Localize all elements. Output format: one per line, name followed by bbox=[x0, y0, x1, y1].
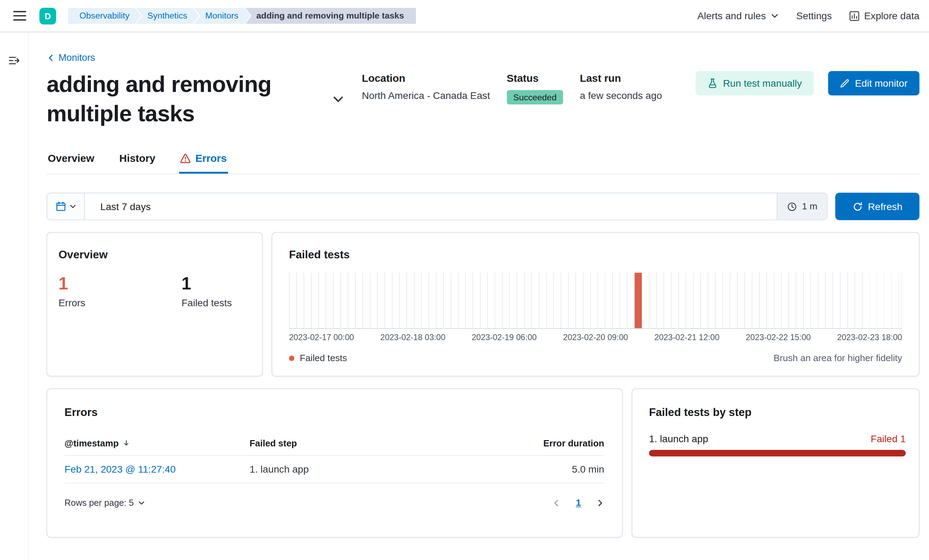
refresh-clock-icon bbox=[787, 201, 797, 211]
failed-tests-plot-area[interactable] bbox=[289, 273, 902, 329]
menu-icon[interactable] bbox=[13, 10, 27, 21]
date-quick-select-button[interactable] bbox=[47, 193, 85, 220]
monitor-actions: Run test manually Edit monitor bbox=[695, 70, 919, 95]
warning-icon bbox=[181, 153, 191, 164]
errors-table: @timestamp Failed step Error duration Fe… bbox=[64, 438, 604, 483]
rows-per-page-selector[interactable]: Rows per page: 5 bbox=[64, 498, 145, 508]
tab-errors[interactable]: Errors bbox=[179, 150, 228, 173]
top-header-bar: D Observability Synthetics Monitors addi… bbox=[0, 0, 929, 32]
edit-monitor-label: Edit monitor bbox=[855, 78, 907, 89]
alerts-and-rules-menu[interactable]: Alerts and rules bbox=[698, 10, 779, 21]
alerts-and-rules-label: Alerts and rules bbox=[698, 10, 766, 21]
failed-tests-by-step-panel: Failed tests by step 1. launch app Faile… bbox=[632, 389, 920, 538]
errors-panel: Errors @timestamp Failed step Error dura… bbox=[46, 389, 622, 538]
errors-count: 1 bbox=[58, 273, 181, 294]
step-item: 1. launch app Failed 1 bbox=[649, 433, 906, 456]
breadcrumb-current-monitor: adding and removing multiple tasks bbox=[245, 8, 416, 24]
page-number-1[interactable]: 1 bbox=[576, 498, 581, 509]
explore-data-icon bbox=[849, 11, 860, 21]
error-failed-step: 1. launch app bbox=[250, 464, 491, 475]
settings-link[interactable]: Settings bbox=[796, 10, 832, 21]
column-timestamp[interactable]: @timestamp bbox=[64, 438, 249, 448]
refresh-button[interactable]: Refresh bbox=[835, 193, 920, 220]
pagination: 1 bbox=[553, 498, 604, 509]
failed-tests-panel-title: Failed tests bbox=[289, 248, 902, 262]
overview-panel-title: Overview bbox=[58, 248, 250, 262]
refresh-icon bbox=[852, 201, 863, 211]
x-tick: 2023-02-20 09:00 bbox=[563, 333, 628, 342]
side-nav-rail bbox=[0, 32, 29, 560]
breadcrumb-monitors[interactable]: Monitors bbox=[194, 8, 250, 24]
details-row: Errors @timestamp Failed step Error dura… bbox=[46, 389, 920, 538]
legend-label: Failed tests bbox=[300, 353, 347, 364]
failed-by-step-title: Failed tests by step bbox=[649, 406, 906, 419]
pencil-icon bbox=[840, 78, 849, 88]
explore-data-link[interactable]: Explore data bbox=[849, 10, 920, 21]
overview-stats: 1 Errors 1 Failed tests bbox=[58, 273, 250, 309]
legend-dot bbox=[289, 355, 294, 360]
monitor-select-chevron-down-icon[interactable] bbox=[332, 93, 345, 105]
step-label: 1. launch app bbox=[649, 433, 708, 444]
error-duration: 5.0 min bbox=[491, 464, 604, 475]
chart-legend[interactable]: Failed tests bbox=[289, 353, 347, 364]
column-timestamp-label: @timestamp bbox=[64, 438, 118, 448]
edit-monitor-button[interactable]: Edit monitor bbox=[828, 71, 919, 95]
run-test-label: Run test manually bbox=[723, 78, 802, 89]
app-window: D Observability Synthetics Monitors addi… bbox=[0, 0, 929, 560]
flask-icon bbox=[708, 78, 718, 89]
x-tick: 2023-02-23 18:00 bbox=[837, 333, 902, 342]
error-timestamp-link[interactable]: Feb 21, 2023 @ 11:27:40 bbox=[64, 464, 249, 475]
date-range-display[interactable]: Last 7 days bbox=[85, 193, 777, 220]
time-filter-bar: Last 7 days 1 m Refresh bbox=[46, 193, 920, 220]
location-value: North America - Canada East bbox=[362, 90, 490, 101]
back-to-monitors-link[interactable]: Monitors bbox=[46, 52, 95, 63]
back-link-label: Monitors bbox=[58, 52, 95, 63]
page-header: adding and removing multiple tasks Locat… bbox=[46, 70, 920, 128]
last-run-value: a few seconds ago bbox=[580, 90, 662, 101]
x-tick: 2023-02-22 15:00 bbox=[746, 333, 811, 342]
errors-table-header: @timestamp Failed step Error duration bbox=[64, 438, 604, 456]
chevron-down-icon bbox=[770, 11, 779, 20]
breadcrumb-synthetics[interactable]: Synthetics bbox=[136, 8, 199, 24]
super-date-picker: Last 7 days 1 m bbox=[46, 193, 828, 220]
x-tick: 2023-02-18 03:00 bbox=[380, 333, 445, 342]
step-result: Failed 1 bbox=[871, 433, 906, 444]
column-failed-step[interactable]: Failed step bbox=[250, 438, 491, 448]
sort-desc-icon bbox=[123, 439, 130, 447]
last-run-label: Last run bbox=[580, 72, 662, 85]
status-badge: Succeeded bbox=[507, 90, 563, 104]
tab-overview[interactable]: Overview bbox=[46, 150, 95, 173]
column-error-duration[interactable]: Error duration bbox=[491, 438, 604, 448]
space-avatar[interactable]: D bbox=[40, 7, 56, 24]
calendar-icon bbox=[55, 201, 66, 212]
chevron-left-icon bbox=[46, 54, 55, 62]
status-label: Status bbox=[507, 72, 563, 85]
previous-page-button[interactable] bbox=[553, 499, 561, 507]
expand-nav-icon[interactable] bbox=[8, 55, 20, 66]
x-tick: 2023-02-17 00:00 bbox=[289, 333, 354, 342]
failed-test-bar[interactable] bbox=[635, 273, 641, 328]
monitor-meta: Location North America - Canada East Sta… bbox=[362, 70, 662, 104]
breadcrumb: Observability Synthetics Monitors adding… bbox=[68, 8, 416, 24]
meta-status: Status Succeeded bbox=[507, 72, 563, 104]
chevron-down-icon bbox=[138, 500, 145, 506]
tab-history[interactable]: History bbox=[118, 150, 157, 173]
monitor-tabs: Overview History Errors bbox=[46, 150, 920, 174]
auto-refresh-interval[interactable]: 1 m bbox=[777, 193, 827, 220]
x-axis-tick-labels: 2023-02-17 00:00 2023-02-18 03:00 2023-0… bbox=[289, 333, 902, 342]
rows-per-page-label: Rows per page: 5 bbox=[64, 498, 133, 508]
failed-tests-panel: Failed tests 2023-02-17 00:00 2023-02-18… bbox=[272, 232, 920, 376]
next-page-button[interactable] bbox=[596, 499, 604, 507]
location-label: Location bbox=[362, 72, 490, 85]
step-row: 1. launch app Failed 1 bbox=[649, 433, 906, 444]
summary-row: Overview 1 Errors 1 Failed tests Failed … bbox=[46, 232, 920, 376]
breadcrumb-observability[interactable]: Observability bbox=[68, 8, 142, 24]
failed-tests-chart: 2023-02-17 00:00 2023-02-18 03:00 2023-0… bbox=[289, 273, 902, 363]
page-title: adding and removing multiple tasks bbox=[46, 70, 332, 128]
errors-count-label: Errors bbox=[58, 297, 181, 308]
refresh-interval-value: 1 m bbox=[802, 201, 817, 212]
x-tick: 2023-02-19 06:00 bbox=[472, 333, 537, 342]
brush-hint-text: Brush an area for higher fidelity bbox=[774, 353, 902, 364]
run-test-manually-button[interactable]: Run test manually bbox=[695, 71, 814, 95]
chart-footer: Failed tests Brush an area for higher fi… bbox=[289, 353, 902, 364]
